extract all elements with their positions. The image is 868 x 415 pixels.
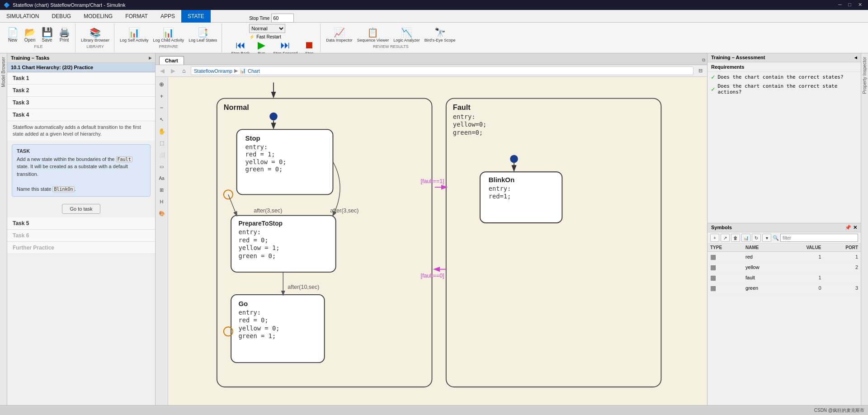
svg-text:after(10,sec): after(10,sec) — [288, 284, 319, 290]
pan-button[interactable]: ✋ — [156, 126, 167, 137]
symbols-close-button[interactable]: ✕ — [853, 225, 857, 231]
breadcrumb-chart[interactable]: Chart — [248, 68, 260, 74]
stop-time-input[interactable] — [271, 14, 294, 23]
birds-eye-button[interactable]: 🔭 Bird's-Eye Scope — [423, 27, 458, 43]
right-strip: Property Inspector — [861, 53, 868, 405]
training-collapse-button[interactable]: ▸ — [149, 55, 151, 61]
marquee-button[interactable]: ⬜ — [156, 149, 167, 160]
color-button[interactable]: 🎨 — [156, 208, 167, 219]
svg-text:BlinkOn: BlinkOn — [489, 176, 515, 184]
maximize-button[interactable]: □ — [848, 2, 854, 8]
zoom-fit-button[interactable]: ⊕ — [156, 79, 167, 90]
svg-text:entry:: entry: — [238, 309, 261, 316]
task-1-item[interactable]: Task 1 — [7, 72, 155, 85]
menu-apps[interactable]: APPS — [154, 10, 181, 23]
save-button[interactable]: 💾 Save — [39, 27, 55, 43]
sym-delete-button[interactable]: 🗑 — [731, 234, 740, 242]
training-panel: Training – Tasks ▸ 10.1 Chart Hierarchy:… — [7, 53, 156, 405]
watermark-text: CSDN @疯狂的麦克斯市 — [814, 407, 864, 414]
fast-restart-button[interactable]: ⚡ — [249, 34, 255, 39]
nav-back-button[interactable]: ◀ — [157, 66, 167, 76]
sym-value-fault: 1 — [782, 273, 824, 283]
statusbar: CSDN @疯狂的麦克斯市 — [0, 405, 868, 415]
library-browser-button[interactable]: 📚 Library Browser — [79, 27, 111, 43]
draw-state-button[interactable]: ▭ — [156, 161, 167, 172]
normal-initial-dot — [269, 113, 278, 121]
table-row[interactable]: ▦ fault 1 — [708, 273, 861, 283]
sym-refresh-button[interactable]: ↻ — [752, 234, 761, 242]
sym-name-red: red — [743, 252, 782, 262]
zoom-out-button[interactable]: − — [156, 102, 167, 113]
zoom-in-button[interactable]: + — [156, 90, 167, 101]
svg-text:[fault==1]: [fault==1] — [420, 178, 444, 184]
sequence-viewer-button[interactable]: 📋 Sequence Viewer — [355, 27, 391, 43]
log-child-button[interactable]: 📊 Log Child Activity — [151, 27, 186, 43]
property-inspector-label[interactable]: Property Inspector — [862, 55, 867, 96]
task-4-item[interactable]: Task 4 — [7, 109, 155, 121]
titlebar: 🔷 Stateflow (chart) StateflowOnramp/Char… — [0, 0, 868, 10]
open-button[interactable]: 📂 Open — [22, 27, 38, 43]
further-practice-item: Further Practice — [7, 242, 155, 254]
task-2-item[interactable]: Task 2 — [7, 85, 155, 97]
menu-modeling[interactable]: MODELING — [77, 10, 119, 23]
table-button[interactable]: ⊞ — [156, 184, 167, 195]
minimize-button[interactable]: ─ — [838, 2, 844, 8]
symbols-toolbar: + ↗ 🗑 📊 ↻ ▾ 🔍 — [708, 232, 861, 244]
zoom-area-button[interactable]: ⬚ — [156, 137, 167, 148]
symbols-header: Symbols 📌 ✕ — [708, 223, 861, 232]
fault-state[interactable] — [446, 99, 661, 387]
svg-text:PrepareToStop: PrepareToStop — [238, 220, 283, 227]
breadcrumb-icon: 📊 — [240, 68, 246, 74]
task-3-item[interactable]: Task 3 — [7, 97, 155, 109]
requirements-title: Requirements — [708, 62, 861, 72]
log-self-button[interactable]: 📊 Log Self Activity — [118, 27, 151, 43]
sym-add-button[interactable]: + — [710, 234, 719, 242]
port-col-header: PORT — [824, 244, 861, 252]
svg-text:red = 0;: red = 0; — [238, 236, 268, 244]
sym-value-red: 1 — [782, 252, 824, 262]
collapse-panel-button[interactable]: ⊟ — [695, 66, 705, 76]
assessment-collapse-button[interactable]: ◂ — [854, 55, 857, 61]
select-button[interactable]: ↖ — [156, 114, 167, 125]
model-browser-label[interactable]: Model Browser — [1, 55, 6, 89]
sym-dropdown-button[interactable]: ▾ — [762, 234, 771, 242]
menu-debug[interactable]: DEBUG — [45, 10, 77, 23]
menu-state[interactable]: STATE — [181, 10, 211, 23]
close-button[interactable]: ✕ — [858, 2, 864, 8]
logic-analyzer-button[interactable]: 📉 Logic Analyzer — [392, 27, 422, 43]
log-leaf-button[interactable]: 📑 Log Leaf States — [187, 27, 219, 43]
table-row[interactable]: ▦ red 1 1 — [708, 252, 861, 262]
fault-state-label: Fault — [453, 103, 471, 111]
task-box: TASK Add a new state within the boundari… — [12, 144, 151, 197]
annotation-button[interactable]: Aa — [156, 173, 167, 184]
data-inspector-button[interactable]: 📈 Data Inspector — [324, 27, 354, 43]
breadcrumb-root[interactable]: StateflowOnramp — [194, 68, 232, 74]
go-to-task-button[interactable]: Go to task — [62, 204, 100, 214]
sym-port-yellow: 2 — [824, 262, 861, 273]
table-row[interactable]: ▦ yellow 2 — [708, 262, 861, 273]
task-5-item[interactable]: Task 5 — [7, 217, 155, 230]
chart-canvas[interactable]: ⊕ + − ↖ ✋ ⬚ ⬜ ▭ Aa ⊞ H 🎨 Normal — [156, 77, 707, 405]
nav-home-button[interactable]: ⌂ — [179, 66, 189, 76]
menu-format[interactable]: FORMAT — [119, 10, 154, 23]
stateflow-diagram[interactable]: Normal Fault entry: yellow=0; green=0; S… — [168, 77, 707, 405]
menu-simulation[interactable]: SIMULATION — [0, 10, 45, 23]
print-button[interactable]: 🖨️ Print — [56, 27, 72, 43]
type-col-header: TYPE — [708, 244, 743, 252]
symbols-pin-button[interactable]: 📌 — [845, 225, 851, 231]
sym-resolve-button[interactable]: ↗ — [721, 234, 730, 242]
sym-type-icon-fault: ▦ — [710, 274, 716, 281]
blinkon-initial-dot — [510, 155, 518, 163]
svg-text:green = 0;: green = 0; — [238, 252, 276, 259]
nav-forward-button[interactable]: ▶ — [168, 66, 178, 76]
sym-chart-button[interactable]: 📊 — [741, 234, 750, 242]
expand-button[interactable]: ⧉ — [700, 56, 707, 65]
new-button[interactable]: 📄 New — [5, 27, 21, 43]
table-row[interactable]: ▦ green 0 3 — [708, 283, 861, 293]
svg-text:red = 1;: red = 1; — [245, 151, 275, 158]
chart-tab[interactable]: Chart — [159, 56, 184, 65]
main-area: Model Browser Training – Tasks ▸ 10.1 Ch… — [0, 53, 868, 405]
filter-input[interactable] — [780, 234, 858, 242]
mode-select[interactable]: Normal Accelerator — [249, 24, 285, 33]
history-button[interactable]: H — [156, 196, 167, 207]
